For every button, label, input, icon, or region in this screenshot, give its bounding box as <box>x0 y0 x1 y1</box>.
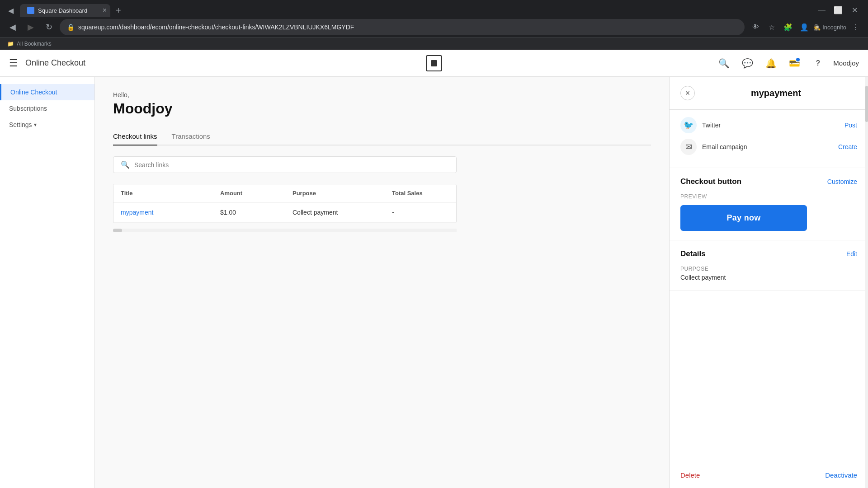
edit-button[interactable]: Edit <box>846 250 857 258</box>
horizontal-scrollbar[interactable] <box>113 229 457 232</box>
content-tabs: Checkout links Transactions <box>113 128 651 145</box>
close-button[interactable]: ✕ <box>848 4 861 16</box>
details-title: Details <box>680 249 706 258</box>
twitter-post-button[interactable]: Post <box>844 122 857 129</box>
sidebar-label-online-checkout: Online Checkout <box>10 89 57 96</box>
maximize-button[interactable]: ⬜ <box>832 4 844 16</box>
cell-total-sales: - <box>392 209 457 216</box>
chevron-down-icon: ▾ <box>34 122 37 128</box>
sidebar-item-subscriptions[interactable]: Subscriptions <box>0 100 94 117</box>
notifications-button[interactable]: 🔔 <box>763 55 779 71</box>
twitter-label: Twitter <box>702 122 721 129</box>
main-content: Hello, Moodjoy Checkout links Transactio… <box>95 77 669 488</box>
card-reader-button[interactable]: 💳 <box>786 55 802 71</box>
delete-button[interactable]: Delete <box>680 471 700 479</box>
checkout-button-section: Checkout button Customize PREVIEW Pay no… <box>670 168 868 240</box>
sidebar: Online Checkout Subscriptions Settings ▾ <box>0 77 95 488</box>
panel-footer: Delete Deactivate <box>670 462 868 488</box>
tab-checkout-links[interactable]: Checkout links <box>113 128 157 145</box>
search-button[interactable]: 🔍 <box>716 55 732 71</box>
extension-icon[interactable]: 🧩 <box>781 20 795 34</box>
search-input[interactable] <box>134 161 449 169</box>
top-navigation: ☰ Online Checkout 🔍 💬 🔔 💳 ? Moodjoy <box>0 50 868 77</box>
active-browser-tab[interactable]: Square Dashboard × <box>20 4 110 17</box>
bookmarks-label: All Bookmarks <box>17 41 52 47</box>
col-title: Title <box>121 190 220 197</box>
pay-now-button[interactable]: Pay now <box>680 205 807 231</box>
new-tab-button[interactable]: + <box>112 4 125 18</box>
payment-link[interactable]: mypayment <box>121 209 153 216</box>
panel-scrollbar-thumb <box>865 86 868 122</box>
cell-title[interactable]: mypayment <box>121 209 220 216</box>
window-controls: — ⬜ ✕ <box>816 4 861 16</box>
deactivate-button[interactable]: Deactivate <box>825 471 857 479</box>
email-create-button[interactable]: Create <box>838 143 857 150</box>
col-amount: Amount <box>220 190 292 197</box>
panel-title: mypayment <box>695 88 857 99</box>
lock-icon: 🔒 <box>67 23 75 31</box>
twitter-row: 🐦 Twitter Post <box>680 117 857 133</box>
panel-spacer <box>670 291 868 462</box>
eye-icon[interactable]: 👁 <box>748 20 763 34</box>
social-share-section: 🐦 Twitter Post ✉ Email campaign Create <box>670 110 868 168</box>
twitter-icon: 🐦 <box>680 117 697 133</box>
app-title: Online Checkout <box>25 58 85 68</box>
col-total-sales: Total Sales <box>392 190 457 197</box>
square-logo <box>426 55 442 71</box>
search-bar[interactable]: 🔍 <box>113 156 457 173</box>
forward-button[interactable]: ▶ <box>24 20 38 34</box>
incognito-label: Incognito <box>822 24 846 31</box>
table-row: mypayment $1.00 Collect payment - <box>113 202 456 223</box>
tab-close-button[interactable]: × <box>103 7 107 14</box>
profile-icon[interactable]: 👤 <box>797 20 811 34</box>
col-purpose: Purpose <box>292 190 392 197</box>
side-panel: × mypayment 🐦 Twitter Post <box>669 77 868 488</box>
nav-right-actions: 🔍 💬 🔔 💳 ? Moodjoy <box>716 55 859 71</box>
incognito-badge[interactable]: 🕵️ Incognito <box>813 24 846 31</box>
checkout-section-title: Checkout button <box>680 177 741 186</box>
panel-close-button[interactable]: × <box>680 86 695 100</box>
url-text: squareup.com/dashboard/ecom/online-check… <box>78 23 737 31</box>
purpose-label: PURPOSE <box>680 266 857 272</box>
browser-back-nav[interactable]: ◀ <box>4 3 18 18</box>
back-button[interactable]: ◀ <box>5 20 20 34</box>
sidebar-item-online-checkout[interactable]: Online Checkout <box>0 84 94 100</box>
greeting-text: Hello, <box>113 91 651 99</box>
messages-button[interactable]: 💬 <box>739 55 755 71</box>
cell-amount: $1.00 <box>220 209 292 216</box>
menu-icon[interactable]: ⋮ <box>848 20 863 34</box>
address-bar[interactable]: 🔒 squareup.com/dashboard/ecom/online-che… <box>60 19 745 35</box>
cell-purpose: Collect payment <box>292 209 392 216</box>
user-name-heading: Moodjoy <box>113 100 651 117</box>
user-name-nav[interactable]: Moodjoy <box>833 59 859 67</box>
sidebar-label-settings: Settings <box>9 121 32 128</box>
reload-button[interactable]: ↻ <box>42 20 56 34</box>
email-row: ✉ Email campaign Create <box>680 139 857 155</box>
email-icon: ✉ <box>680 139 697 155</box>
panel-scrollbar[interactable] <box>865 77 868 488</box>
links-table: Title Amount Purpose Total Sales mypayme… <box>113 184 457 223</box>
sidebar-item-settings[interactable]: Settings ▾ <box>0 117 94 133</box>
preview-label: PREVIEW <box>680 193 857 200</box>
star-icon[interactable]: ☆ <box>764 20 779 34</box>
panel-header: × mypayment <box>670 77 868 110</box>
purpose-value: Collect payment <box>680 274 857 281</box>
details-section: Details Edit PURPOSE Collect payment <box>670 240 868 291</box>
tab-favicon <box>27 7 34 14</box>
tab-transactions[interactable]: Transactions <box>172 128 210 145</box>
email-label: Email campaign <box>702 143 747 150</box>
sidebar-label-subscriptions: Subscriptions <box>9 105 47 112</box>
tab-title: Square Dashboard <box>38 7 87 14</box>
customize-button[interactable]: Customize <box>827 178 857 185</box>
minimize-button[interactable]: — <box>816 4 828 16</box>
help-button[interactable]: ? <box>810 55 826 71</box>
search-icon: 🔍 <box>121 160 130 169</box>
table-header: Title Amount Purpose Total Sales <box>113 184 456 202</box>
scroll-thumb <box>113 229 122 232</box>
hamburger-menu[interactable]: ☰ <box>9 57 18 69</box>
